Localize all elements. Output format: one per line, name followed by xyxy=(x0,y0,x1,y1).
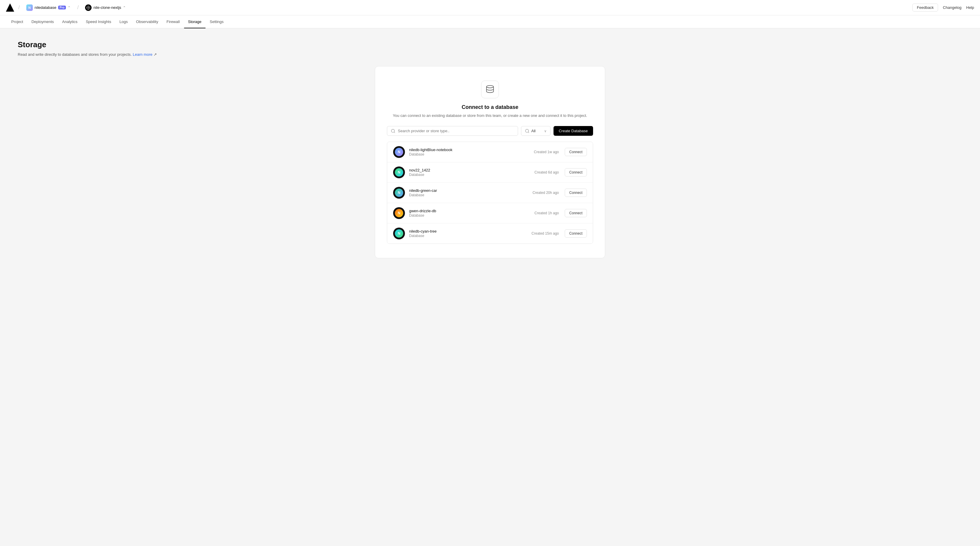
nav-item-observability[interactable]: Observability xyxy=(132,15,162,29)
database-icon xyxy=(485,85,495,94)
db-name: niledb-cyan-tree xyxy=(409,229,436,233)
connect-button[interactable]: Connect xyxy=(565,209,587,217)
db-row: N nov22_1422 Database Created 6d ago Con… xyxy=(387,162,593,183)
db-avatar: N xyxy=(393,167,405,178)
pro-badge: Pro xyxy=(58,6,66,10)
separator2: / xyxy=(77,5,79,11)
db-row: N niledb-cyan-tree Database Created 15m … xyxy=(387,224,593,243)
db-avatar: N xyxy=(393,227,405,240)
nav-item-firewall[interactable]: Firewall xyxy=(162,15,184,29)
db-icon-area xyxy=(387,81,593,98)
db-avatar-inner: N xyxy=(395,148,403,156)
db-name: niledb-green-car xyxy=(409,188,437,193)
db-row-left: N niledb-cyan-tree Database xyxy=(393,227,436,240)
db-row-left: N niledb-lightBlue-notebook Database xyxy=(393,146,452,158)
db-info: niledb-green-car Database xyxy=(409,188,437,197)
connect-title: Connect to a database xyxy=(387,104,593,110)
search-icon xyxy=(391,129,396,133)
db-row-left: N gwen-drizzle-db Database xyxy=(393,207,436,219)
db-row-right: Created 20h ago Connect xyxy=(533,189,587,197)
separator: / xyxy=(18,5,20,11)
nav-item-analytics[interactable]: Analytics xyxy=(58,15,81,29)
db-row: N gwen-drizzle-db Database Created 1h ag… xyxy=(387,203,593,224)
db-row-right: Created 6d ago Connect xyxy=(535,168,587,176)
connect-subtitle: You can connect to an existing database … xyxy=(387,113,593,118)
db-name: nov22_1422 xyxy=(409,168,430,172)
nav-item-project[interactable]: Project xyxy=(7,15,27,29)
feedback-button[interactable]: Feedback xyxy=(912,3,938,11)
project2-name: nile-clone-nextjs xyxy=(93,5,121,10)
db-info: gwen-drizzle-db Database xyxy=(409,209,436,217)
svg-point-3 xyxy=(525,129,529,133)
search-icon2 xyxy=(525,129,530,133)
db-info: niledb-lightBlue-notebook Database xyxy=(409,148,452,156)
db-created: Created 20h ago xyxy=(533,190,559,195)
db-avatar-inner: N xyxy=(395,209,403,217)
db-created: Created 1h ago xyxy=(535,211,559,215)
page-title: Storage xyxy=(18,40,962,49)
db-row-left: N nov22_1422 Database xyxy=(393,167,430,178)
filter-chevron-icon: ∨ xyxy=(544,129,547,133)
db-created: Created 6d ago xyxy=(535,170,559,175)
vercel-logo-icon xyxy=(6,3,14,12)
svg-point-1 xyxy=(487,86,493,88)
main-content: Storage Read and write directly to datab… xyxy=(0,29,980,546)
db-type: Database xyxy=(409,152,452,156)
db-created: Created 1w ago xyxy=(534,150,559,154)
connect-card: Connect to a database You can connect to… xyxy=(375,66,605,258)
search-input[interactable] xyxy=(398,129,514,133)
topbar-right: Feedback Changelog Help xyxy=(912,3,974,11)
project2-chevron-icon: ⌃ xyxy=(123,6,126,10)
nav-item-logs[interactable]: Logs xyxy=(115,15,132,29)
db-avatar-inner: N xyxy=(395,189,403,197)
nav-item-settings[interactable]: Settings xyxy=(205,15,228,29)
db-row-left: N niledb-green-car Database xyxy=(393,187,437,198)
db-type: Database xyxy=(409,213,436,217)
project1-name: niledatabase xyxy=(35,5,56,10)
create-database-button[interactable]: Create Database xyxy=(554,126,593,136)
connect-button[interactable]: Connect xyxy=(565,189,587,197)
db-type: Database xyxy=(409,193,437,197)
changelog-link[interactable]: Changelog xyxy=(943,5,961,10)
nav-item-speed-insights[interactable]: Speed Insights xyxy=(81,15,115,29)
filter-label: All xyxy=(531,129,542,133)
db-row-right: Created 1w ago Connect xyxy=(534,148,587,156)
db-row: N niledb-lightBlue-notebook Database Cre… xyxy=(387,142,593,162)
connect-button[interactable]: Connect xyxy=(565,229,587,238)
project1-icon: N xyxy=(26,5,33,11)
project2-icon xyxy=(85,5,92,11)
db-name: niledb-lightBlue-notebook xyxy=(409,148,452,152)
db-row: N niledb-green-car Database Created 20h … xyxy=(387,183,593,203)
db-info: nov22_1422 Database xyxy=(409,168,430,177)
nav-item-deployments[interactable]: Deployments xyxy=(27,15,58,29)
database-list: N niledb-lightBlue-notebook Database Cre… xyxy=(387,142,593,244)
db-row-right: Created 15m ago Connect xyxy=(531,229,587,238)
db-icon-box xyxy=(481,81,499,98)
project2-selector[interactable]: nile-clone-nextjs ⌃ xyxy=(83,3,128,12)
filter-dropdown[interactable]: All ∨ xyxy=(521,126,550,136)
topbar: / N niledatabase Pro ⌃ / nile-clone-next… xyxy=(0,0,980,15)
learn-more-link[interactable]: Learn more xyxy=(133,52,152,57)
page-subtitle: Read and write directly to databases and… xyxy=(18,52,962,57)
project1-selector[interactable]: N niledatabase Pro ⌃ xyxy=(24,3,73,12)
help-link[interactable]: Help xyxy=(966,5,974,10)
db-created: Created 15m ago xyxy=(531,232,559,235)
db-name: gwen-drizzle-db xyxy=(409,209,436,213)
db-avatar-inner: N xyxy=(395,168,403,176)
db-row-right: Created 1h ago Connect xyxy=(535,209,587,217)
db-info: niledb-cyan-tree Database xyxy=(409,229,436,238)
project1-chevron-icon: ⌃ xyxy=(68,6,71,10)
topbar-left: / N niledatabase Pro ⌃ / nile-clone-next… xyxy=(6,3,128,12)
navbar: ProjectDeploymentsAnalyticsSpeed Insight… xyxy=(0,15,980,29)
db-type: Database xyxy=(409,173,430,177)
connect-button[interactable]: Connect xyxy=(565,148,587,156)
db-avatar: N xyxy=(393,146,405,158)
search-row: All ∨ Create Database xyxy=(387,126,593,136)
db-avatar: N xyxy=(393,207,405,219)
db-avatar: N xyxy=(393,187,405,198)
external-link-icon: ↗ xyxy=(154,52,157,57)
nav-item-storage[interactable]: Storage xyxy=(184,15,206,29)
svg-point-2 xyxy=(391,129,395,133)
connect-button[interactable]: Connect xyxy=(565,168,587,176)
db-type: Database xyxy=(409,234,436,238)
